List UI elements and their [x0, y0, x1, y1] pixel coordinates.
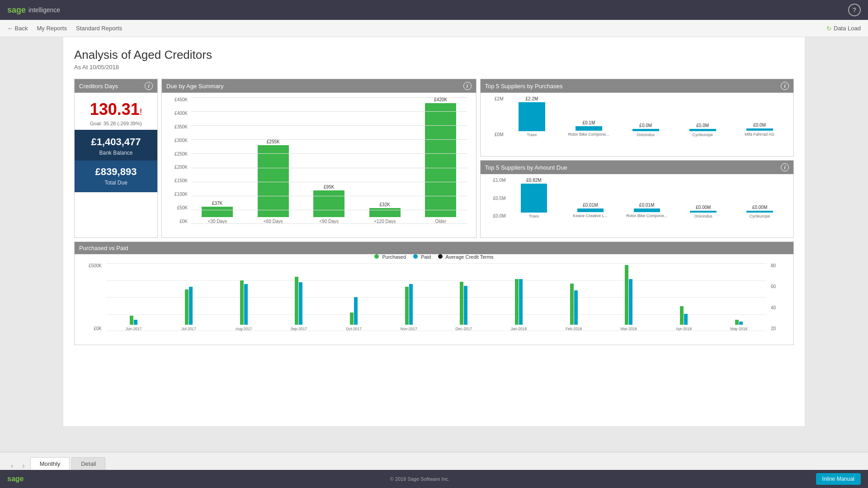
top-widgets-row: Creditors Days i 130.31! Goal: 35.28 (-2… [74, 79, 794, 238]
top5-purchases-header: Top 5 Suppliers by Purchases i [481, 79, 794, 93]
pvp-purchased-feb [570, 284, 574, 325]
avg-credit-dot [438, 254, 443, 259]
legend-avg-credit: Average Credit Terms [438, 254, 493, 260]
creditors-exclamation: ! [140, 107, 142, 117]
pvp-label-dec: Dec-2017 [455, 327, 472, 331]
pvp-paid-may [739, 322, 743, 325]
back-link[interactable]: ← Back [7, 25, 28, 32]
y-label-0k: £0K [162, 219, 188, 224]
bank-label: Bank Balance [78, 150, 154, 156]
tab-next-arrow[interactable]: › [19, 462, 28, 470]
creditors-goal: Goal: 35.28 (-269.39%) [75, 121, 157, 126]
top5a-bar-name-5: Cycleurope [750, 214, 770, 218]
page-title: Analysis of Aged Creditors [74, 48, 794, 62]
creditors-days-widget: Creditors Days i 130.31! Goal: 35.28 (-2… [74, 79, 158, 238]
top5a-bar-name-1: Traxx [529, 214, 539, 218]
pvp-purchased-dec [460, 282, 463, 325]
total-amount: £839,893 [78, 166, 154, 178]
top5-purchases-info-icon[interactable]: i [781, 82, 789, 90]
top5p-bar-5 [746, 128, 773, 131]
top5p-bar-4 [689, 129, 716, 131]
pvp-label-oct: Oct-2017 [346, 327, 362, 331]
total-due-box: £839,893 Total Due [75, 161, 157, 192]
pvp-y-right-60: 60 [771, 284, 793, 289]
pvp-header: Purchased vs Paid [75, 242, 793, 254]
pvp-purchased-may [735, 320, 739, 325]
due-age-widget: Due by Age Summary i £450K £400K £350K £… [161, 79, 476, 238]
legend-purchased: Purchased [374, 254, 406, 260]
due-age-info-icon[interactable]: i [463, 82, 472, 90]
my-reports-link[interactable]: My Reports [37, 25, 67, 32]
y-label-350k: £350K [162, 124, 188, 129]
pvp-paid-mar [629, 279, 632, 325]
creditors-value-area: 130.31! [75, 93, 157, 121]
pvp-y-right-80: 80 [771, 263, 793, 268]
top5a-bar-value-3: £0.01M [639, 203, 654, 208]
app-name: intelligence [28, 6, 60, 14]
logo: sage intelligence [7, 5, 60, 15]
top5a-y-bottom: £0.0M [488, 213, 506, 218]
main-content: Analysis of Aged Creditors As At 10/05/2… [63, 37, 805, 426]
y-label-300k: £300K [162, 138, 188, 143]
y-label-50k: £50K [162, 205, 188, 210]
pvp-paid-aug [244, 284, 248, 325]
top5p-bar-name-2: Rotor Bike Compone... [568, 132, 609, 137]
pvp-y-right-40: 40 [771, 305, 793, 310]
top5a-y-top: £1.0M [488, 178, 506, 183]
total-label: Total Due [78, 180, 154, 186]
tab-monthly[interactable]: Monthly [30, 457, 70, 470]
pvp-label-sep: Sep-2017 [290, 327, 307, 331]
pvp-purchased-mar [625, 265, 628, 325]
nav-links: ← Back My Reports Standard Reports [7, 25, 122, 32]
top5-amount-info-icon[interactable]: i [781, 163, 789, 171]
pvp-label-mar: Mar-2018 [621, 327, 637, 331]
pvp-paid-feb [574, 290, 578, 325]
top5a-bar-value-5: £0.00M [752, 205, 767, 210]
top5p-bar-value-1: £2.2M [526, 96, 538, 101]
help-button[interactable]: ? [848, 4, 861, 16]
top5a-y-mid: £0.5M [488, 196, 506, 201]
y-label-200k: £200K [162, 165, 188, 170]
creditors-info-icon[interactable]: i [145, 82, 153, 90]
tab-detail[interactable]: Detail [71, 457, 105, 470]
top5p-bar-2 [576, 126, 602, 131]
top5a-bar-3 [634, 208, 660, 212]
pvp-label-feb: Feb-2018 [566, 327, 582, 331]
pvp-paid-dec [464, 286, 467, 325]
pvp-label-nov: Nov-2017 [401, 327, 417, 331]
top5a-bar-4 [690, 211, 716, 213]
y-label-400k: £400K [162, 111, 188, 116]
top5a-bar-value-4: £0.00M [696, 205, 711, 210]
pvp-purchased-sep [295, 277, 298, 325]
pvp-paid-apr [684, 314, 688, 325]
standard-reports-link[interactable]: Standard Reports [76, 25, 122, 32]
top5p-bar-value-4: £0.0M [696, 123, 709, 128]
refresh-icon: ↻ [826, 25, 832, 32]
creditors-number: 130.31 [90, 100, 140, 118]
y-label-450k: £450K [162, 97, 188, 102]
top5a-bar-1 [521, 184, 547, 213]
y-label-100k: £100K [162, 192, 188, 197]
top5a-bar-2 [577, 208, 604, 212]
top5p-bar-3 [632, 129, 659, 131]
right-column: Top 5 Suppliers by Purchases i £2M £0M [480, 79, 794, 238]
pvp-paid-oct [354, 297, 358, 325]
pvp-paid-jan [519, 279, 523, 325]
tab-prev-arrow[interactable]: ‹ [7, 462, 17, 470]
pvp-y-right-20: 20 [771, 326, 793, 331]
top5p-y-bottom: £0M [488, 132, 504, 137]
top-bar: sage intelligence ? [0, 0, 868, 20]
pvp-y-left-bottom: £0K [75, 326, 102, 331]
page-subtitle: As At 10/05/2018 [74, 64, 794, 71]
data-load-button[interactable]: ↻ Data Load [826, 25, 861, 32]
bank-balance-box: £1,403,477 Bank Balance [75, 130, 157, 161]
top5p-bar-value-3: £0.0M [639, 123, 652, 128]
inline-manual-button[interactable]: Inline Manual [816, 473, 861, 485]
purchased-vs-paid-widget: Purchased vs Paid Purchased Paid Average… [74, 242, 794, 345]
pvp-legend: Purchased Paid Average Credit Terms [75, 254, 793, 260]
y-label-150k: £150K [162, 178, 188, 183]
pvp-label-jun: Jun-2017 [126, 327, 142, 331]
pvp-paid-jun [134, 320, 137, 325]
pvp-label-may: May-2018 [730, 327, 747, 331]
top5p-bar-value-2: £0.1M [582, 120, 595, 125]
